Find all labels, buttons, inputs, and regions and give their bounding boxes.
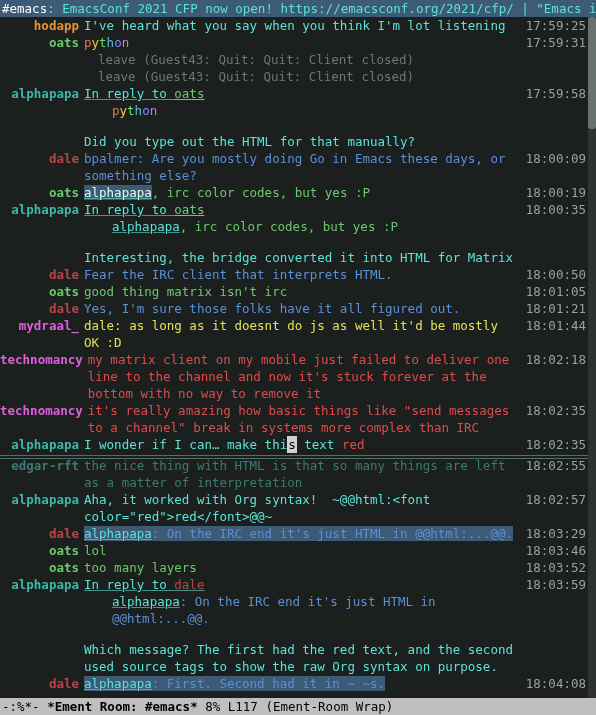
- nick-oats[interactable]: oats: [0, 184, 84, 201]
- nick-dale[interactable]: dale: [0, 300, 84, 317]
- leave-text: leave (Guest43: Quit: Quit: Client close…: [84, 51, 588, 68]
- read-marker: [0, 455, 588, 456]
- message-text: Yes, I'm sure those folks have it all fi…: [84, 300, 588, 317]
- timestamp: 17:59:25: [526, 17, 588, 34]
- timestamp: 17:59:31: [526, 34, 588, 51]
- timestamp: 18:02:55: [526, 457, 588, 474]
- message-row: dale alphapapa: On the IRC end it's just…: [0, 525, 588, 542]
- message-row: mydraal_ dale: as long as it doesnt do j…: [0, 317, 588, 351]
- message-log[interactable]: hodapp I've heard what you say when you …: [0, 17, 588, 698]
- nick-alphapapa[interactable]: alphapapa: [0, 436, 84, 453]
- message-text: too many layers: [84, 559, 588, 576]
- timestamp: 18:01:44: [526, 317, 588, 334]
- message-row: alphapapa In reply to oats python 17:59:…: [0, 85, 588, 119]
- message-text: alphapapa, irc color codes, but yes :P: [84, 184, 588, 201]
- timestamp: 18:03:46: [526, 542, 588, 559]
- message-row: oats alphapapa, irc color codes, but yes…: [0, 184, 588, 201]
- message-text: lol: [84, 542, 588, 559]
- nick-oats[interactable]: oats: [0, 34, 84, 51]
- nick-oats[interactable]: oats: [0, 283, 84, 300]
- timestamp: 18:01:05: [526, 283, 588, 300]
- message-text: alphapapa: On the IRC end it's just HTML…: [84, 525, 588, 542]
- reply-link[interactable]: In reply to: [84, 86, 174, 101]
- mention-alphapapa[interactable]: alphapapa: [112, 594, 180, 609]
- buffer-name[interactable]: *Ement Room: #emacs*: [47, 699, 198, 714]
- timestamp: 18:03:59: [526, 576, 588, 593]
- topic-text: : EmacsConf 2021 CFP now open! https://e…: [47, 1, 596, 16]
- message-text: Aha, it worked with Org syntax! ~@@html:…: [84, 491, 588, 525]
- timestamp: 18:02:18: [526, 351, 588, 368]
- nick-dale[interactable]: dale: [0, 150, 84, 167]
- channel-name[interactable]: #emacs: [2, 1, 47, 16]
- message-text: Interesting, the bridge converted it int…: [84, 249, 588, 266]
- timestamp: 18:02:35: [526, 402, 588, 419]
- message-row: Did you type out the HTML for that manua…: [0, 119, 588, 150]
- reply-target[interactable]: oats: [174, 86, 204, 101]
- scrollbar-thumb[interactable]: [588, 17, 596, 129]
- timestamp: 18:03:52: [526, 559, 588, 576]
- message-text: I've heard what you say when you think I…: [84, 17, 588, 34]
- timestamp: 18:04:08: [526, 675, 588, 692]
- scrollbar[interactable]: [588, 17, 596, 698]
- nick-edgar-rft[interactable]: edgar-rft: [0, 457, 84, 474]
- message-row: oats lol 18:03:46: [0, 542, 588, 559]
- timestamp: 18:02:57: [526, 491, 588, 508]
- mention-alphapapa[interactable]: alphapapa: [84, 676, 152, 691]
- message-row: technomancy my matrix client on my mobil…: [0, 351, 588, 402]
- message-row: oats too many layers 18:03:52: [0, 559, 588, 576]
- timestamp: 18:03:29: [526, 525, 588, 542]
- timestamp: 18:00:09: [526, 150, 588, 167]
- message-text: I wonder if I can… make this text red: [84, 436, 588, 453]
- message-row: Interesting, the bridge converted it int…: [0, 235, 588, 266]
- message-row: dale alphapapa: First. Second had it in …: [0, 675, 588, 692]
- nick-hodapp[interactable]: hodapp: [0, 17, 84, 34]
- timestamp: 18:00:35: [526, 201, 588, 218]
- leave-text: leave (Guest43: Quit: Quit: Client close…: [84, 68, 588, 85]
- nick-mydraal[interactable]: mydraal_: [0, 317, 84, 334]
- message-row: oats python 17:59:31: [0, 34, 588, 51]
- reply-target[interactable]: oats: [174, 202, 204, 217]
- message-row: technomancy it's really amazing how basi…: [0, 402, 588, 436]
- message-text: In reply to oats python: [84, 85, 588, 119]
- timestamp: 18:00:19: [526, 184, 588, 201]
- message-text: Fear the IRC client that interprets HTML…: [84, 266, 588, 283]
- message-text: dale: as long as it doesnt do js as well…: [84, 317, 588, 351]
- reply-link[interactable]: In reply to: [84, 202, 174, 217]
- message-text: good thing matrix isn't irc: [84, 283, 588, 300]
- message-text: Did you type out the HTML for that manua…: [84, 133, 588, 150]
- nick-oats[interactable]: oats: [0, 559, 84, 576]
- message-text: In reply to dale alphapapa: On the IRC e…: [84, 576, 588, 627]
- leave-event: leave (Guest43: Quit: Quit: Client close…: [0, 68, 588, 85]
- message-row: dale Yes, I'm sure those folks have it a…: [0, 300, 588, 317]
- reply-target[interactable]: dale: [174, 577, 204, 592]
- text-cursor: s: [287, 436, 297, 453]
- channel-topic: #emacs: EmacsConf 2021 CFP now open! htt…: [0, 0, 596, 17]
- message-row: alphapapa In reply to dale alphapapa: On…: [0, 576, 588, 627]
- mention-alphapapa[interactable]: alphapapa: [84, 526, 152, 541]
- message-row: Which message? The first had the red tex…: [0, 627, 588, 675]
- nick-dale[interactable]: dale: [0, 525, 84, 542]
- message-text: it's really amazing how basic things lik…: [88, 402, 588, 436]
- message-text: bpalmer: Are you mostly doing Go in Emac…: [84, 150, 588, 184]
- nick-alphapapa[interactable]: alphapapa: [0, 576, 84, 593]
- nick-dale[interactable]: dale: [0, 266, 84, 283]
- timestamp: 18:01:21: [526, 300, 588, 317]
- message-row: alphapapa In reply to oats alphapapa, ir…: [0, 201, 588, 235]
- nick-oats[interactable]: oats: [0, 542, 84, 559]
- nick-alphapapa[interactable]: alphapapa: [0, 85, 84, 102]
- mention-alphapapa[interactable]: alphapapa: [112, 219, 180, 234]
- nick-dale[interactable]: dale: [0, 675, 84, 692]
- nick-alphapapa[interactable]: alphapapa: [0, 201, 84, 218]
- nick-technomancy[interactable]: technomancy: [0, 402, 88, 419]
- reply-link[interactable]: In reply to: [84, 577, 174, 592]
- mention-alphapapa[interactable]: alphapapa: [84, 185, 152, 200]
- message-text: alphapapa: First. Second had it in ~ ~s.: [84, 675, 588, 692]
- message-row: oats good thing matrix isn't irc 18:01:0…: [0, 283, 588, 300]
- message-text: Which message? The first had the red tex…: [84, 641, 588, 675]
- mode-line: -:%*- *Ement Room: #emacs* 8% L117 (Emen…: [0, 698, 596, 715]
- message-row: alphapapa Aha, it worked with Org syntax…: [0, 491, 588, 525]
- nick-technomancy[interactable]: technomancy: [0, 351, 88, 368]
- nick-alphapapa[interactable]: alphapapa: [0, 491, 84, 508]
- message-text: In reply to oats alphapapa, irc color co…: [84, 201, 588, 235]
- message-row: dale Fear the IRC client that interprets…: [0, 266, 588, 283]
